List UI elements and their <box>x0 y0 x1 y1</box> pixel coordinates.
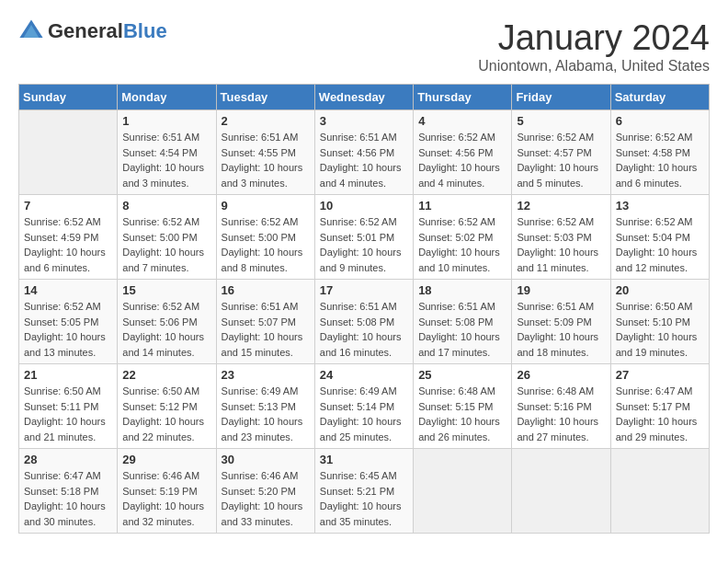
day-info: Sunrise: 6:52 AMSunset: 5:00 PMDaylight:… <box>122 214 210 275</box>
calendar-cell: 1Sunrise: 6:51 AMSunset: 4:54 PMDaylight… <box>118 110 216 195</box>
calendar-cell: 4Sunrise: 6:52 AMSunset: 4:56 PMDaylight… <box>414 110 512 195</box>
day-number: 19 <box>517 283 605 297</box>
calendar-cell: 14Sunrise: 6:52 AMSunset: 5:05 PMDayligh… <box>19 280 118 364</box>
day-number: 27 <box>616 368 704 382</box>
calendar-cell: 31Sunrise: 6:45 AMSunset: 5:21 PMDayligh… <box>314 449 413 534</box>
weekday-header-row: SundayMondayTuesdayWednesdayThursdayFrid… <box>19 85 710 110</box>
calendar-week-row: 14Sunrise: 6:52 AMSunset: 5:05 PMDayligh… <box>19 280 710 364</box>
calendar-cell: 17Sunrise: 6:51 AMSunset: 5:08 PMDayligh… <box>314 280 413 364</box>
location-title: Uniontown, Alabama, United States <box>478 58 710 75</box>
calendar-week-row: 7Sunrise: 6:52 AMSunset: 4:59 PMDaylight… <box>19 195 710 280</box>
day-number: 24 <box>320 368 408 382</box>
calendar-cell: 13Sunrise: 6:52 AMSunset: 5:04 PMDayligh… <box>610 195 709 280</box>
day-number: 7 <box>24 199 112 213</box>
weekday-header: Wednesday <box>314 85 413 110</box>
day-info: Sunrise: 6:45 AMSunset: 5:21 PMDaylight:… <box>320 468 408 529</box>
calendar-cell: 6Sunrise: 6:52 AMSunset: 4:58 PMDaylight… <box>610 110 709 195</box>
day-info: Sunrise: 6:46 AMSunset: 5:19 PMDaylight:… <box>122 468 210 529</box>
day-number: 12 <box>517 199 605 213</box>
day-number: 29 <box>122 453 210 466</box>
calendar-week-row: 1Sunrise: 6:51 AMSunset: 4:54 PMDaylight… <box>19 110 710 195</box>
day-number: 2 <box>222 114 310 128</box>
day-info: Sunrise: 6:51 AMSunset: 5:07 PMDaylight:… <box>222 299 310 360</box>
calendar-cell: 29Sunrise: 6:46 AMSunset: 5:19 PMDayligh… <box>118 449 216 534</box>
calendar-cell: 23Sunrise: 6:49 AMSunset: 5:13 PMDayligh… <box>216 364 314 449</box>
month-title: January 2024 <box>478 18 710 58</box>
calendar-week-row: 28Sunrise: 6:47 AMSunset: 5:18 PMDayligh… <box>19 449 710 534</box>
calendar-cell: 20Sunrise: 6:50 AMSunset: 5:10 PMDayligh… <box>610 280 709 364</box>
weekday-header: Monday <box>118 85 216 110</box>
day-number: 10 <box>320 199 408 213</box>
calendar-cell: 11Sunrise: 6:52 AMSunset: 5:02 PMDayligh… <box>414 195 512 280</box>
calendar-cell: 5Sunrise: 6:52 AMSunset: 4:57 PMDaylight… <box>512 110 610 195</box>
day-info: Sunrise: 6:52 AMSunset: 5:01 PMDaylight:… <box>320 214 408 275</box>
day-info: Sunrise: 6:51 AMSunset: 5:08 PMDaylight:… <box>418 299 506 360</box>
day-info: Sunrise: 6:50 AMSunset: 5:10 PMDaylight:… <box>616 299 704 360</box>
day-number: 4 <box>418 114 506 128</box>
calendar-cell <box>610 449 709 534</box>
calendar-cell <box>414 449 512 534</box>
title-block: January 2024 Uniontown, Alabama, United … <box>478 18 710 75</box>
day-number: 6 <box>616 114 704 128</box>
day-info: Sunrise: 6:47 AMSunset: 5:17 PMDaylight:… <box>616 384 704 444</box>
calendar-cell: 25Sunrise: 6:48 AMSunset: 5:15 PMDayligh… <box>414 364 512 449</box>
day-info: Sunrise: 6:46 AMSunset: 5:20 PMDaylight:… <box>222 468 310 529</box>
day-info: Sunrise: 6:52 AMSunset: 5:04 PMDaylight:… <box>616 214 704 275</box>
day-info: Sunrise: 6:52 AMSunset: 4:59 PMDaylight:… <box>24 214 112 275</box>
day-number: 18 <box>418 283 506 297</box>
day-info: Sunrise: 6:52 AMSunset: 5:03 PMDaylight:… <box>517 214 605 275</box>
day-number: 9 <box>222 199 310 213</box>
weekday-header: Tuesday <box>216 85 314 110</box>
day-info: Sunrise: 6:49 AMSunset: 5:14 PMDaylight:… <box>320 384 408 444</box>
day-info: Sunrise: 6:50 AMSunset: 5:11 PMDaylight:… <box>24 384 112 444</box>
day-number: 21 <box>24 368 112 382</box>
day-info: Sunrise: 6:52 AMSunset: 5:02 PMDaylight:… <box>418 214 506 275</box>
calendar-cell: 7Sunrise: 6:52 AMSunset: 4:59 PMDaylight… <box>19 195 118 280</box>
logo-icon <box>18 18 44 44</box>
day-number: 8 <box>122 199 210 213</box>
day-info: Sunrise: 6:48 AMSunset: 5:15 PMDaylight:… <box>418 384 506 444</box>
day-info: Sunrise: 6:50 AMSunset: 5:12 PMDaylight:… <box>122 384 210 444</box>
day-number: 20 <box>616 283 704 297</box>
calendar-cell: 19Sunrise: 6:51 AMSunset: 5:09 PMDayligh… <box>512 280 610 364</box>
day-number: 22 <box>122 368 210 382</box>
calendar-cell: 16Sunrise: 6:51 AMSunset: 5:07 PMDayligh… <box>216 280 314 364</box>
calendar-cell: 18Sunrise: 6:51 AMSunset: 5:08 PMDayligh… <box>414 280 512 364</box>
day-number: 26 <box>517 368 605 382</box>
weekday-header: Saturday <box>610 85 709 110</box>
calendar-week-row: 21Sunrise: 6:50 AMSunset: 5:11 PMDayligh… <box>19 364 710 449</box>
day-number: 3 <box>320 114 408 128</box>
calendar-cell: 27Sunrise: 6:47 AMSunset: 5:17 PMDayligh… <box>610 364 709 449</box>
day-number: 5 <box>517 114 605 128</box>
calendar-cell <box>19 110 118 195</box>
day-number: 25 <box>418 368 506 382</box>
day-info: Sunrise: 6:48 AMSunset: 5:16 PMDaylight:… <box>517 384 605 444</box>
calendar-table: SundayMondayTuesdayWednesdayThursdayFrid… <box>18 84 710 534</box>
day-number: 30 <box>222 453 310 466</box>
day-number: 1 <box>122 114 210 128</box>
calendar-cell: 2Sunrise: 6:51 AMSunset: 4:55 PMDaylight… <box>216 110 314 195</box>
day-number: 17 <box>320 283 408 297</box>
day-number: 16 <box>222 283 310 297</box>
day-info: Sunrise: 6:52 AMSunset: 5:05 PMDaylight:… <box>24 299 112 360</box>
calendar-cell: 9Sunrise: 6:52 AMSunset: 5:00 PMDaylight… <box>216 195 314 280</box>
calendar-cell: 8Sunrise: 6:52 AMSunset: 5:00 PMDaylight… <box>118 195 216 280</box>
day-info: Sunrise: 6:52 AMSunset: 5:06 PMDaylight:… <box>122 299 210 360</box>
logo-text: GeneralBlue <box>48 19 167 43</box>
calendar-cell: 22Sunrise: 6:50 AMSunset: 5:12 PMDayligh… <box>118 364 216 449</box>
day-info: Sunrise: 6:51 AMSunset: 4:54 PMDaylight:… <box>122 130 210 190</box>
day-number: 13 <box>616 199 704 213</box>
calendar-cell: 30Sunrise: 6:46 AMSunset: 5:20 PMDayligh… <box>216 449 314 534</box>
day-info: Sunrise: 6:51 AMSunset: 4:56 PMDaylight:… <box>320 130 408 190</box>
day-info: Sunrise: 6:51 AMSunset: 5:09 PMDaylight:… <box>517 299 605 360</box>
weekday-header: Friday <box>512 85 610 110</box>
day-number: 23 <box>222 368 310 382</box>
calendar-cell: 28Sunrise: 6:47 AMSunset: 5:18 PMDayligh… <box>19 449 118 534</box>
weekday-header: Sunday <box>19 85 118 110</box>
day-info: Sunrise: 6:52 AMSunset: 4:58 PMDaylight:… <box>616 130 704 190</box>
calendar-cell: 10Sunrise: 6:52 AMSunset: 5:01 PMDayligh… <box>314 195 413 280</box>
calendar-cell: 26Sunrise: 6:48 AMSunset: 5:16 PMDayligh… <box>512 364 610 449</box>
page-header: GeneralBlue January 2024 Uniontown, Alab… <box>18 18 710 75</box>
day-info: Sunrise: 6:52 AMSunset: 5:00 PMDaylight:… <box>222 214 310 275</box>
day-info: Sunrise: 6:51 AMSunset: 4:55 PMDaylight:… <box>222 130 310 190</box>
